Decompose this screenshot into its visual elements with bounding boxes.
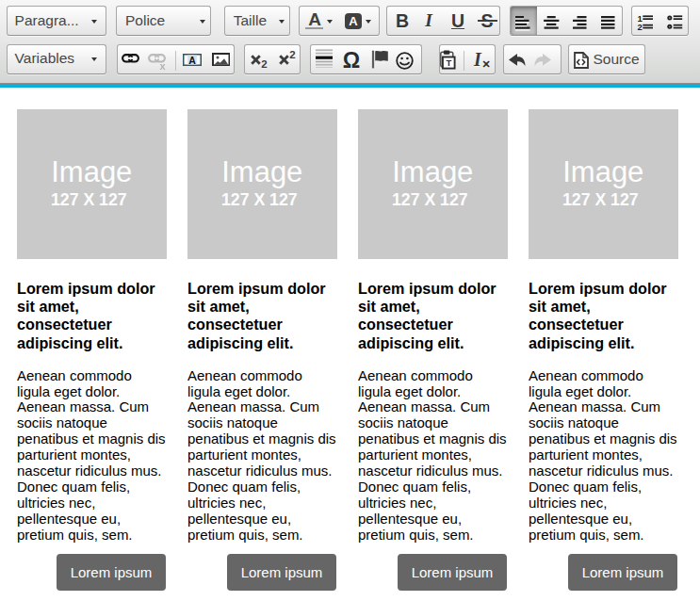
svg-text:T: T xyxy=(446,57,451,68)
svg-text:A: A xyxy=(188,54,196,65)
svg-text:x: x xyxy=(160,60,167,71)
svg-text:2: 2 xyxy=(638,22,643,31)
